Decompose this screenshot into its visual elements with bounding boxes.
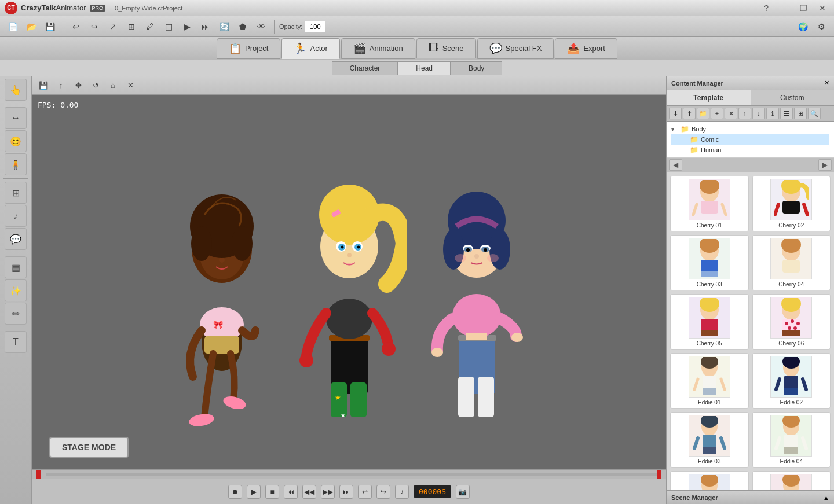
cm-search-btn[interactable]: 🔍 bbox=[808, 108, 821, 119]
grid-thumb-cherry01 bbox=[689, 179, 730, 220]
tool-music[interactable]: ♪ bbox=[5, 205, 27, 227]
cm-list-view-btn[interactable]: ☰ bbox=[780, 108, 793, 119]
sub-tab-body[interactable]: Body bbox=[451, 61, 502, 75]
cm-info-btn[interactable]: ℹ bbox=[766, 108, 779, 119]
redo-button[interactable]: ↪ bbox=[86, 19, 103, 35]
stage-mode-button[interactable]: STAGE MODE bbox=[49, 437, 129, 458]
tool-pen[interactable]: ✏ bbox=[5, 303, 27, 325]
cm-tab-custom[interactable]: Custom bbox=[751, 90, 835, 105]
tl-rewind-btn[interactable]: ◀◀ bbox=[302, 485, 316, 499]
help-button[interactable]: ? bbox=[760, 2, 772, 14]
pick-button[interactable]: 🖊 bbox=[142, 19, 158, 35]
maximize-button[interactable]: ❒ bbox=[796, 2, 811, 14]
canvas-close-btn[interactable]: ✕ bbox=[123, 79, 137, 93]
canvas-move-btn[interactable]: ✥ bbox=[71, 79, 85, 93]
tl-camera-btn[interactable]: 📷 bbox=[456, 485, 470, 499]
close-button[interactable]: ✕ bbox=[815, 2, 829, 14]
view-button[interactable]: 🌍 bbox=[795, 19, 811, 35]
grid-item-cherry02[interactable]: Cherry 02 bbox=[752, 176, 831, 231]
cm-up-btn[interactable]: ↑ bbox=[738, 108, 751, 119]
svg-text:🎀: 🎀 bbox=[213, 320, 224, 330]
tree-expand-body[interactable]: ▾ bbox=[671, 126, 678, 133]
nav-tab-export[interactable]: 📤 Export bbox=[555, 38, 617, 59]
nav-tab-animation[interactable]: 🎬 Animation bbox=[341, 38, 415, 59]
tl-stop-btn[interactable]: ■ bbox=[265, 485, 279, 499]
new-button[interactable]: 📄 bbox=[5, 19, 21, 35]
settings-button[interactable]: ⚙ bbox=[813, 19, 829, 35]
shape-button[interactable]: ⬟ bbox=[235, 19, 251, 35]
grid-item-eddie01[interactable]: Eddie 01 bbox=[670, 353, 749, 409]
tree-item-human[interactable]: 📁 Human bbox=[671, 145, 829, 155]
tree-item-comic[interactable]: 📁 Comic bbox=[671, 134, 829, 145]
nav-tab-project[interactable]: 📋 Project bbox=[217, 38, 280, 59]
timeline-track[interactable] bbox=[46, 473, 661, 476]
scene-manager-expand[interactable]: ▲ bbox=[823, 494, 829, 501]
eye-button[interactable]: 👁 bbox=[253, 19, 269, 35]
tl-record-btn[interactable]: ⏺ bbox=[228, 485, 242, 499]
cm-export-btn[interactable]: ⬆ bbox=[683, 108, 696, 119]
svg-rect-96 bbox=[784, 388, 798, 395]
cm-import-btn[interactable]: ⬇ bbox=[669, 108, 682, 119]
cm-folder-btn[interactable]: 📁 bbox=[697, 108, 709, 119]
cm-grid-view-btn[interactable]: ⊞ bbox=[794, 108, 807, 119]
repeat-button[interactable]: 🔄 bbox=[216, 19, 232, 35]
tl-audio-btn[interactable]: ♪ bbox=[395, 485, 409, 499]
tl-loop-btn[interactable]: ↩ bbox=[358, 485, 372, 499]
grid-item-eddie02[interactable]: Eddie 02 bbox=[752, 353, 831, 409]
grid-item-cherry06[interactable]: Cherry 06 bbox=[752, 294, 831, 350]
tl-ff-btn[interactable]: ▶▶ bbox=[321, 485, 335, 499]
grid-item-eddie03[interactable]: Eddie 03 bbox=[670, 412, 749, 468]
content-manager-close[interactable]: ✕ bbox=[824, 79, 829, 87]
tl-loop2-btn[interactable]: ↪ bbox=[376, 485, 390, 499]
tool-face[interactable]: 😊 bbox=[5, 130, 27, 152]
undo-button[interactable]: ↩ bbox=[68, 19, 84, 35]
tree-item-body[interactable]: ▾ 📁 Body bbox=[671, 124, 829, 134]
play-button[interactable]: ▶ bbox=[179, 19, 195, 35]
sub-tab-character[interactable]: Character bbox=[332, 61, 398, 75]
timeline-marker[interactable] bbox=[36, 470, 41, 479]
nav-tab-specialfx[interactable]: 💬 Special FX bbox=[477, 38, 554, 59]
tool-move[interactable]: ↔ bbox=[5, 107, 27, 129]
scroll-left-btn[interactable]: ◀ bbox=[669, 159, 682, 171]
canvas-home-btn[interactable]: ⌂ bbox=[106, 79, 120, 93]
grid-item-cherry01[interactable]: Cherry 01 bbox=[670, 176, 749, 231]
save-button[interactable]: 💾 bbox=[42, 19, 58, 35]
opacity-input[interactable] bbox=[305, 21, 325, 32]
scroll-right-btn[interactable]: ▶ bbox=[818, 159, 832, 171]
tl-end-btn[interactable]: ⏭ bbox=[339, 485, 353, 499]
tool-body[interactable]: 🧍 bbox=[5, 153, 27, 175]
grid-item-eddie05[interactable]: Eddie 05 bbox=[670, 471, 749, 490]
project-tab-label: Project bbox=[245, 44, 268, 53]
transform-button[interactable]: ⊞ bbox=[123, 19, 140, 35]
canvas-up-btn[interactable]: ↑ bbox=[54, 79, 68, 93]
nav-tab-actor[interactable]: 🏃 Actor bbox=[281, 38, 339, 59]
grid-item-cherry03[interactable]: Cherry 03 bbox=[670, 235, 749, 290]
canvas-save-btn[interactable]: 💾 bbox=[36, 79, 50, 93]
grid-item-eddie06[interactable]: Eddie 06 bbox=[752, 471, 831, 490]
cm-add-btn[interactable]: + bbox=[711, 108, 723, 119]
tl-play-btn[interactable]: ▶ bbox=[247, 485, 261, 499]
svg-rect-90 bbox=[703, 388, 716, 395]
cm-tab-template[interactable]: Template bbox=[667, 90, 751, 105]
minimize-button[interactable]: — bbox=[777, 2, 792, 14]
sprite-button[interactable]: ◫ bbox=[160, 19, 177, 35]
canvas-rotate-btn[interactable]: ↺ bbox=[89, 79, 103, 93]
tool-text[interactable]: T bbox=[5, 331, 27, 353]
tool-select[interactable]: 👆 bbox=[5, 79, 27, 101]
grid-item-eddie04[interactable]: Eddie 04 bbox=[752, 412, 831, 468]
next-button[interactable]: ⏭ bbox=[197, 19, 214, 35]
grid-item-cherry05[interactable]: Cherry 05 bbox=[670, 294, 749, 350]
tool-grid[interactable]: ⊞ bbox=[5, 182, 27, 204]
select-button[interactable]: ↗ bbox=[105, 19, 121, 35]
nav-tab-scene[interactable]: 🎞 Scene bbox=[416, 38, 476, 58]
cm-delete-btn[interactable]: ✕ bbox=[725, 108, 737, 119]
svg-rect-108 bbox=[784, 447, 798, 454]
tool-fx[interactable]: ✨ bbox=[5, 279, 27, 301]
tl-begin-btn[interactable]: ⏮ bbox=[284, 485, 298, 499]
sub-tab-head[interactable]: Head bbox=[398, 61, 451, 75]
grid-item-cherry04[interactable]: Cherry 04 bbox=[752, 235, 831, 290]
open-button[interactable]: 📂 bbox=[23, 19, 39, 35]
tool-chat[interactable]: 💬 bbox=[5, 228, 27, 250]
cm-down-btn[interactable]: ↓ bbox=[752, 108, 765, 119]
tool-layers[interactable]: ▤ bbox=[5, 256, 27, 278]
